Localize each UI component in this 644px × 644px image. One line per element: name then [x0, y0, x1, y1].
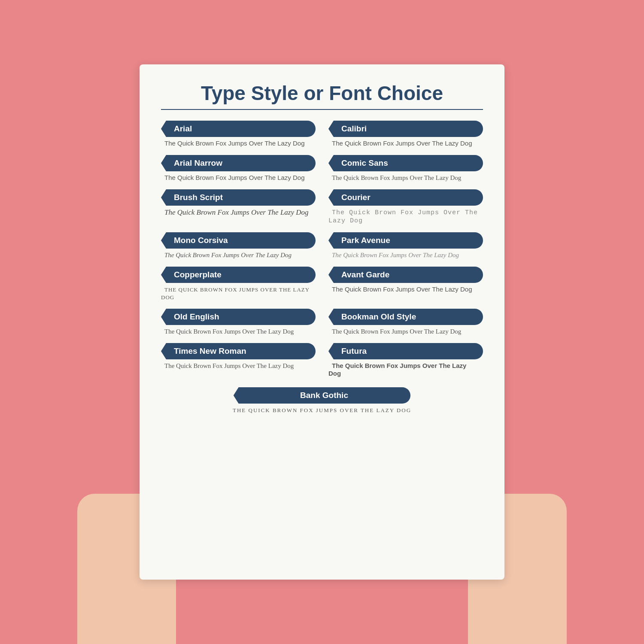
font-sample-arial-narrow: The Quick Brown Fox Jumps Over The Lazy …	[161, 173, 308, 182]
font-sample-calibri: The Quick Brown Fox Jumps Over The Lazy …	[328, 139, 476, 148]
font-label-arial: Arial	[161, 121, 316, 137]
font-entry-comic-sans: Comic Sans The Quick Brown Fox Jumps Ove…	[328, 155, 483, 182]
font-label-copperplate: Copperplate	[161, 267, 316, 283]
font-entry-old-english: Old English The Quick Brown Fox Jumps Ov…	[161, 309, 316, 335]
font-entry-bank-gothic: Bank Gothic The Quick Brown Fox Jumps Ov…	[161, 387, 483, 415]
font-label-old-english: Old English	[161, 309, 316, 325]
font-entry-copperplate: Copperplate The Quick Brown Fox Jumps Ov…	[161, 267, 316, 301]
font-sample-courier: The Quick Brown Fox Jumps Over The Lazy …	[328, 208, 478, 225]
font-chart-card: Type Style or Font Choice Arial The Quic…	[140, 64, 504, 580]
font-label-brush-script: Brush Script	[161, 189, 316, 206]
font-entry-mono-corsiva: Mono Corsiva The Quick Brown Fox Jumps O…	[161, 232, 316, 259]
font-entry-futura: Futura The Quick Brown Fox Jumps Over Th…	[328, 343, 483, 377]
font-label-calibri: Calibri	[328, 121, 483, 137]
page-title: Type Style or Font Choice	[161, 82, 483, 105]
title-divider	[161, 109, 483, 110]
font-sample-bookman: The Quick Brown Fox Jumps Over The Lazy …	[328, 327, 465, 336]
font-sample-times: The Quick Brown Fox Jumps Over The Lazy …	[161, 361, 297, 370]
font-sample-copperplate: The Quick Brown Fox Jumps Over The Lazy …	[161, 286, 310, 301]
font-sample-avant-garde: The Quick Brown Fox Jumps Over The Lazy …	[328, 285, 476, 294]
font-entry-park-avenue: Park Avenue The Quick Brown Fox Jumps Ov…	[328, 232, 483, 259]
font-sample-arial: The Quick Brown Fox Jumps Over The Lazy …	[161, 139, 308, 148]
font-sample-mono-corsiva: The Quick Brown Fox Jumps Over The Lazy …	[161, 251, 295, 259]
font-entry-calibri: Calibri The Quick Brown Fox Jumps Over T…	[328, 121, 483, 147]
font-label-avant-garde: Avant Garde	[328, 267, 483, 283]
font-entry-bookman: Bookman Old Style The Quick Brown Fox Ju…	[328, 309, 483, 335]
font-label-courier: Courier	[328, 189, 483, 206]
font-sample-bank-gothic: The Quick Brown Fox Jumps Over The Lazy …	[229, 406, 415, 415]
font-label-times: Times New Roman	[161, 343, 316, 359]
font-entry-times: Times New Roman The Quick Brown Fox Jump…	[161, 343, 316, 377]
font-sample-futura: The Quick Brown Fox Jumps Over The Lazy …	[328, 361, 466, 378]
font-entry-arial-narrow: Arial Narrow The Quick Brown Fox Jumps O…	[161, 155, 316, 182]
font-entry-courier: Courier The Quick Brown Fox Jumps Over T…	[328, 189, 483, 225]
font-label-bookman: Bookman Old Style	[328, 309, 483, 325]
font-sample-old-english: The Quick Brown Fox Jumps Over The Lazy …	[161, 327, 297, 336]
font-sample-park-avenue: The Quick Brown Fox Jumps Over The Lazy …	[328, 251, 462, 259]
font-label-comic-sans: Comic Sans	[328, 155, 483, 171]
font-entry-arial: Arial The Quick Brown Fox Jumps Over The…	[161, 121, 316, 147]
font-label-bank-gothic: Bank Gothic	[234, 387, 411, 404]
font-label-park-avenue: Park Avenue	[328, 232, 483, 249]
font-label-arial-narrow: Arial Narrow	[161, 155, 316, 171]
fonts-grid: Arial The Quick Brown Fox Jumps Over The…	[161, 121, 483, 415]
font-sample-comic-sans: The Quick Brown Fox Jumps Over The Lazy …	[328, 173, 465, 182]
font-entry-brush-script: Brush Script The Quick Brown Fox Jumps O…	[161, 189, 316, 225]
font-label-futura: Futura	[328, 343, 483, 359]
font-sample-brush-script: The Quick Brown Fox Jumps Over The Lazy …	[161, 207, 312, 217]
font-label-mono-corsiva: Mono Corsiva	[161, 232, 316, 249]
font-entry-avant-garde: Avant Garde The Quick Brown Fox Jumps Ov…	[328, 267, 483, 301]
